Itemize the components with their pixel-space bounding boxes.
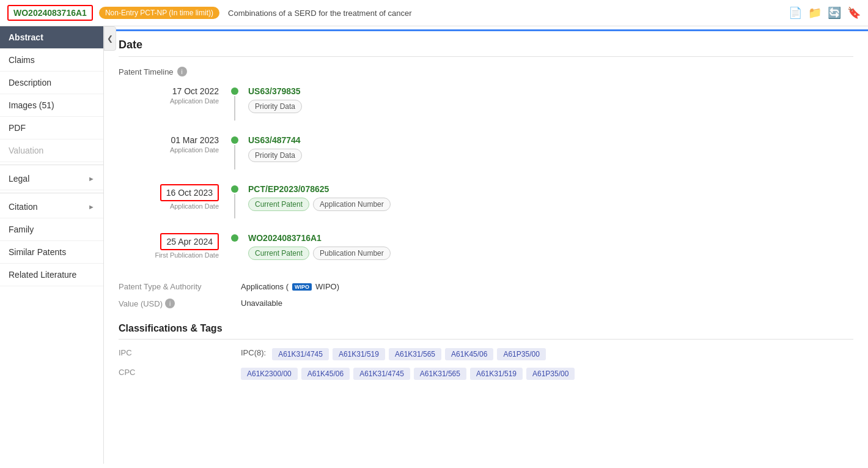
timeline-row-3: 16 Oct 2023 Application Date PCT/EP2023/…	[119, 184, 853, 218]
folder-icon[interactable]: 📁	[808, 6, 822, 20]
timeline-label-text: Patent Timeline	[119, 67, 174, 76]
timeline-left-3: 16 Oct 2023 Application Date	[119, 184, 229, 210]
tag-current-patent-3[interactable]: Current Patent	[248, 198, 309, 211]
timeline-right-4: WO2024083716A1 Current Patent Publicatio…	[241, 233, 853, 260]
timeline-row-4: 25 Apr 2024 First Publication Date WO202…	[119, 233, 853, 260]
timeline-section: Patent Timeline i 17 Oct 2022 Applicatio…	[119, 67, 853, 260]
patent-type-text: Applications (	[241, 282, 289, 291]
timeline-line-2	[234, 145, 235, 169]
tag-publication-number-4[interactable]: Publication Number	[313, 247, 391, 260]
patent-type-suffix: WIPO)	[315, 282, 339, 291]
timeline-line-1	[234, 96, 235, 121]
timeline-dot-area-2	[229, 135, 241, 169]
sidebar-item-label: Family	[9, 225, 34, 234]
tag-priority-data-2[interactable]: Priority Data	[248, 149, 302, 162]
timeline-patent-link-2[interactable]: US63/487744	[248, 135, 301, 145]
ipc-tag-2[interactable]: A61K31/565	[389, 348, 441, 360]
timeline-row-1: 17 Oct 2022 Application Date US63/379835…	[119, 86, 853, 121]
content-area: ❮ Date Patent Timeline i 17 Oct 2022 App…	[104, 26, 868, 464]
sidebar-item-label: Legal	[9, 174, 29, 184]
timeline-label: Patent Timeline i	[119, 67, 853, 76]
timeline-left-1: 17 Oct 2022 Application Date	[119, 86, 229, 105]
timeline-right-3: PCT/EP2023/078625 Current Patent Applica…	[241, 184, 853, 211]
classifications-title: Classifications & Tags	[119, 323, 853, 340]
sidebar-item-legal[interactable]: Legal ►	[0, 168, 103, 190]
ipc-tag-0[interactable]: A61K31/4745	[272, 348, 329, 360]
status-badge: Non-Entry PCT-NP (In time limit))	[99, 7, 219, 19]
sidebar-item-label: PDF	[9, 123, 26, 133]
timeline-patent-link-4[interactable]: WO2024083716A1	[248, 233, 322, 243]
sidebar-item-related-literature[interactable]: Related Literature	[0, 264, 103, 286]
timeline-dot-1	[231, 87, 238, 95]
timeline-dot-area-1	[229, 86, 241, 121]
sidebar-item-label: Abstract	[9, 32, 43, 42]
sidebar-divider	[0, 165, 103, 165]
sidebar-item-citation[interactable]: Citation ►	[0, 196, 103, 218]
timeline-date-label-4: First Publication Date	[119, 251, 219, 259]
sidebar-item-label: Images (51)	[9, 100, 54, 110]
ipc-count: IPC(8):	[241, 348, 266, 360]
cpc-tag-4[interactable]: A61K31/519	[470, 368, 523, 380]
timeline-left-2: 01 Mar 2023 Application Date	[119, 135, 229, 154]
timeline-dot-3	[231, 185, 238, 193]
header: WO2024083716A1 Non-Entry PCT-NP (In time…	[0, 0, 868, 26]
timeline-date-4: 25 Apr 2024	[160, 233, 219, 250]
chevron-right-icon-2: ►	[88, 203, 95, 210]
ipc-tags: IPC(8): A61K31/4745 A61K31/519 A61K31/56…	[241, 348, 546, 360]
timeline-tags-2: Priority Data	[248, 149, 853, 162]
ipc-tag-4[interactable]: A61P35/00	[497, 348, 545, 360]
sidebar-item-label: Claims	[9, 55, 35, 65]
timeline-row-2: 01 Mar 2023 Application Date US63/487744…	[119, 135, 853, 169]
sidebar-item-valuation[interactable]: Valuation	[0, 139, 103, 162]
sidebar-item-images[interactable]: Images (51)	[0, 94, 103, 117]
cpc-tag-0[interactable]: A61K2300/00	[241, 368, 298, 380]
blue-top-bar	[104, 26, 868, 31]
patent-type-key: Patent Type & Authority	[119, 282, 241, 291]
ipc-tag-3[interactable]: A61K45/06	[445, 348, 493, 360]
cpc-tag-1[interactable]: A61K45/06	[301, 368, 350, 380]
sidebar-item-description[interactable]: Description	[0, 72, 103, 94]
sidebar-item-family[interactable]: Family	[0, 218, 103, 241]
timeline-tags-4: Current Patent Publication Number	[248, 247, 853, 260]
pdf-icon[interactable]: 📄	[789, 6, 802, 20]
ipc-key: IPC	[119, 348, 241, 357]
sidebar-item-label: Similar Patents	[9, 247, 66, 257]
tag-priority-data-1[interactable]: Priority Data	[248, 100, 302, 113]
cpc-tag-3[interactable]: A61K31/565	[414, 368, 466, 380]
info-icon[interactable]: i	[177, 67, 187, 76]
sidebar-divider-2	[0, 193, 103, 193]
timeline-date-2: 01 Mar 2023	[119, 135, 219, 145]
content-inner: Date Patent Timeline i 17 Oct 2022 Appli…	[104, 31, 868, 402]
timeline-date-3: 16 Oct 2023	[160, 184, 219, 201]
sidebar-item-pdf[interactable]: PDF	[0, 117, 103, 139]
sidebar: Abstract Claims Description Images (51) …	[0, 26, 104, 464]
value-row: Value (USD) i Unavailable	[119, 299, 853, 308]
patent-number-badge[interactable]: WO2024083716A1	[7, 5, 93, 21]
sidebar-item-label: Citation	[9, 202, 37, 212]
timeline-patent-link-1[interactable]: US63/379835	[248, 86, 301, 96]
cpc-key: CPC	[119, 368, 241, 377]
bookmark-icon[interactable]: 🔖	[847, 6, 861, 20]
sidebar-item-label: Related Literature	[9, 270, 76, 280]
patent-title: Combinations of a SERD for the treatment…	[228, 9, 412, 18]
cpc-tag-2[interactable]: A61K31/4745	[353, 368, 410, 380]
value-key: Value (USD) i	[119, 299, 241, 308]
timeline-patent-link-3[interactable]: PCT/EP2023/078625	[248, 184, 329, 194]
ipc-tag-1[interactable]: A61K31/519	[333, 348, 385, 360]
info-grid: Patent Type & Authority Applications ( W…	[119, 275, 853, 308]
sidebar-item-similar-patents[interactable]: Similar Patents	[0, 241, 103, 264]
cpc-tag-5[interactable]: A61P35/00	[526, 368, 575, 380]
timeline-date-label-1: Application Date	[119, 97, 219, 105]
classifications-section: Classifications & Tags IPC IPC(8): A61K3…	[119, 323, 853, 380]
value-info-icon[interactable]: i	[165, 299, 175, 308]
timeline-date-label-3: Application Date	[119, 202, 219, 210]
sidebar-item-abstract[interactable]: Abstract	[0, 26, 103, 49]
tag-current-patent-4[interactable]: Current Patent	[248, 247, 309, 260]
tag-application-number-3[interactable]: Application Number	[313, 198, 391, 211]
sidebar-item-claims[interactable]: Claims	[0, 49, 103, 72]
ipc-row: IPC IPC(8): A61K31/4745 A61K31/519 A61K3…	[119, 348, 853, 360]
timeline-tags-3: Current Patent Application Number	[248, 198, 853, 211]
refresh-icon[interactable]: 🔄	[828, 6, 841, 20]
collapse-button[interactable]: ❮	[104, 26, 116, 51]
value-key-text: Value (USD)	[119, 299, 163, 308]
